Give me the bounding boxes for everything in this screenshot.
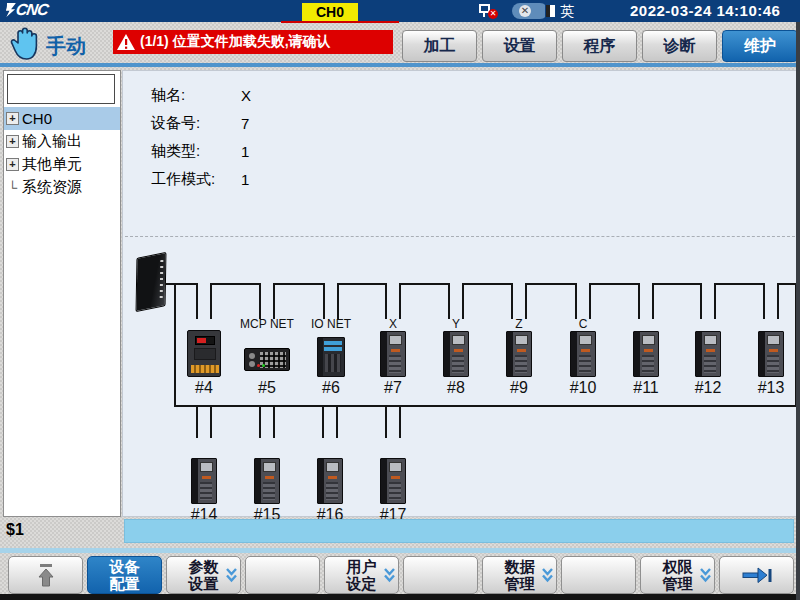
tree-filter-input[interactable] [7, 74, 115, 104]
bus-line [174, 283, 176, 407]
device-unit-10[interactable] [570, 331, 596, 377]
softkey-empty-1[interactable] [245, 556, 320, 594]
chevron-down-icon [383, 567, 396, 583]
bus-line [337, 283, 339, 319]
tree-item-ch0[interactable]: + CH0 [4, 107, 120, 130]
device-number: #8 [426, 379, 486, 397]
channel-tab[interactable]: CH0 [302, 3, 358, 21]
hmi-screen: CNC CH0 ✕ ✕ 英 2022-03-24 14:10:46 手动 (1/… [0, 0, 800, 600]
bus-line [591, 283, 638, 285]
network-error-icon: ✕ [478, 3, 498, 19]
chevron-down-icon [541, 567, 554, 583]
device-number: #7 [363, 379, 423, 397]
tab-diagnosis[interactable]: 诊断 [642, 30, 717, 62]
tree-item-system-resources[interactable]: └ 系统资源 [4, 176, 120, 199]
device-unit-11[interactable] [633, 331, 659, 377]
device-unit-9[interactable] [506, 331, 532, 377]
bus-line [259, 405, 261, 438]
expand-icon[interactable]: + [6, 158, 19, 171]
bus-line [654, 283, 700, 285]
bus-line [336, 405, 338, 438]
right-arrow-icon [741, 566, 773, 584]
device-unit-13[interactable] [758, 331, 784, 377]
device-unit-4[interactable] [187, 330, 221, 377]
main-panel: 轴名:X 设备号:7 轴类型:1 工作模式:1 #4MCP NET#5IO NE… [122, 70, 798, 517]
device-unit-14[interactable] [191, 458, 217, 504]
bus-line [700, 283, 702, 319]
bus-line [166, 283, 196, 285]
alert-banner: (1/1) 位置文件加载失败,请确认 [113, 30, 393, 54]
device-unit-5[interactable] [244, 348, 290, 371]
device-number: #4 [174, 379, 234, 397]
tab-maintenance[interactable]: 维护 [722, 30, 798, 62]
bus-line [763, 283, 765, 319]
device-unit-8[interactable] [443, 331, 469, 377]
bus-line [638, 283, 640, 319]
device-unit-16[interactable] [317, 458, 343, 504]
softkey-user-settings[interactable]: 用户设定 [324, 556, 399, 594]
device-number: #5 [237, 379, 297, 397]
status-bar [124, 519, 794, 543]
bus-line [339, 283, 385, 285]
bus-line [525, 283, 527, 319]
expand-icon[interactable]: + [6, 135, 19, 148]
bus-line [275, 283, 323, 285]
input-close-icon[interactable]: ✕ [512, 3, 548, 19]
language-indicator[interactable]: 英 [560, 3, 574, 21]
device-number: #13 [741, 379, 800, 397]
bus-line [196, 283, 198, 319]
channel-status: $1 [6, 521, 24, 539]
device-unit-15[interactable] [254, 458, 280, 504]
manual-mode-hand-icon [8, 24, 42, 62]
bus-line [462, 283, 464, 319]
expand-icon[interactable]: + [6, 112, 19, 125]
bus-line [323, 283, 325, 319]
controller-unit[interactable] [136, 252, 167, 312]
device-unit-12[interactable] [695, 331, 721, 377]
softkey-divider [0, 548, 800, 553]
warning-icon [116, 33, 136, 51]
bus-line [212, 283, 259, 285]
bus-line [385, 405, 387, 438]
clock: 2022-03-24 14:10:46 [630, 2, 780, 19]
softkey-empty-3[interactable] [561, 556, 636, 594]
softkey-empty-2[interactable] [403, 556, 478, 594]
bus-line [210, 283, 212, 319]
bus-line [464, 283, 511, 285]
softkey-device-config[interactable]: 设备配置 [87, 556, 162, 594]
port-label: C [538, 317, 628, 331]
bus-line [401, 283, 448, 285]
softkey-return[interactable] [8, 556, 83, 594]
brand-logo: CNC [5, 1, 49, 19]
softkey-permission-management[interactable]: 权限管理 [640, 556, 715, 594]
device-unit-6[interactable] [317, 337, 345, 377]
tree-item-other-units[interactable]: + 其他单元 [4, 153, 120, 176]
top-bar: CNC CH0 ✕ ✕ 英 2022-03-24 14:10:46 [0, 0, 800, 22]
bus-line [322, 405, 324, 438]
device-number: #6 [301, 379, 361, 397]
device-diagram: #4MCP NET#5IO NET#6X#7Y#8Z#9C#10#11#12#1… [123, 71, 797, 516]
keyboard-icon[interactable] [545, 4, 556, 18]
bus-line [399, 405, 401, 438]
device-unit-17[interactable] [380, 458, 406, 504]
softkey-param-settings[interactable]: 参数设置 [166, 556, 241, 594]
softkey-next[interactable] [719, 556, 794, 594]
tree-item-io[interactable]: + 输入输出 [4, 130, 120, 153]
bus-line [448, 283, 450, 319]
tab-settings[interactable]: 设置 [482, 30, 557, 62]
bus-line [575, 283, 577, 319]
device-number: #10 [553, 379, 613, 397]
alert-message: (1/1) 位置文件加载失败,请确认 [140, 33, 331, 51]
bus-line [714, 283, 716, 319]
bus-line [716, 283, 763, 285]
bus-line [777, 283, 779, 319]
bus-line [273, 283, 275, 319]
device-unit-7[interactable] [380, 331, 406, 377]
chevron-down-icon [225, 567, 238, 583]
tab-program[interactable]: 程序 [562, 30, 637, 62]
chevron-down-icon [699, 567, 712, 583]
bus-line [210, 405, 212, 438]
device-number: #12 [678, 379, 738, 397]
tab-machining[interactable]: 加工 [402, 30, 477, 62]
softkey-data-management[interactable]: 数据管理 [482, 556, 557, 594]
